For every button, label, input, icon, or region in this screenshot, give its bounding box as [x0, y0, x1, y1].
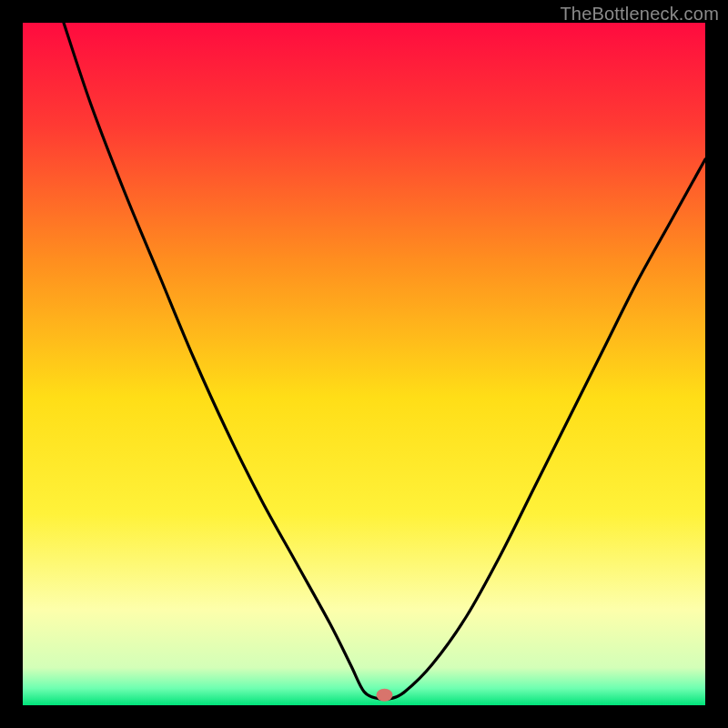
chart-svg — [23, 23, 705, 705]
plot-area — [23, 23, 705, 705]
chart-frame: TheBottleneck.com — [0, 0, 728, 728]
optimal-marker — [377, 689, 393, 702]
watermark-text: TheBottleneck.com — [560, 4, 719, 25]
gradient-background — [23, 23, 705, 705]
